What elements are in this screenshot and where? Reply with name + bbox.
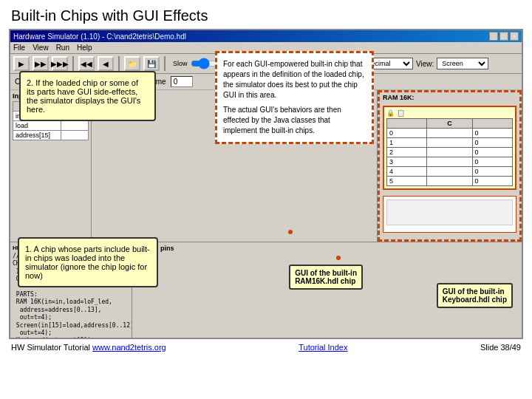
table-row: load: [13, 121, 89, 131]
ram-label: GUI of the built-in RAM16K.hdl chip: [289, 265, 363, 290]
ram-col-val: [472, 119, 512, 129]
view-dropdown[interactable]: Screen: [437, 58, 488, 69]
menu-view[interactable]: View: [33, 44, 49, 52]
toolbar-btn-3[interactable]: ▶▶▶: [52, 56, 68, 71]
minimize-button[interactable]: _: [489, 32, 498, 41]
toolbar-sep-1: [72, 56, 74, 71]
table-row: 1 0: [387, 138, 513, 148]
menu-run[interactable]: Run: [56, 44, 69, 52]
table-row: 0 0: [387, 129, 513, 138]
ram-val-0: 0: [472, 129, 512, 138]
ram-c-2: [427, 148, 472, 157]
ram-chip-display: 🔒 📋 C 0 0: [383, 106, 516, 190]
input-name-2: load: [13, 121, 61, 131]
info-line2: The actual GUI's behaviors are then effe…: [223, 105, 366, 136]
ram-col-addr: [387, 119, 427, 129]
close-button[interactable]: ×: [510, 32, 519, 41]
ram-addr-3: 3: [387, 157, 427, 167]
input-name-3: address[15]: [13, 131, 61, 140]
footer: HW Simulator Tutorial www.nand2tetris.or…: [0, 339, 532, 355]
ram-addr-2: 2: [387, 148, 427, 157]
menu-file[interactable]: File: [13, 44, 25, 52]
ram-c-5: [427, 177, 472, 186]
menu-help[interactable]: Help: [77, 44, 92, 52]
dot-marker-ram: [288, 230, 293, 234]
input-val-2[interactable]: [61, 121, 89, 131]
ram-addr-1: 1: [387, 138, 427, 148]
ram-c-0: [427, 129, 472, 138]
ram-label-line2: RAM16K.hdl chip: [295, 277, 357, 285]
bubble2-text: 1. A chip whose parts include built-in c…: [25, 245, 150, 280]
toolbar-btn-save[interactable]: 💾: [143, 56, 160, 71]
toolbar-btn-load[interactable]: 📁: [124, 56, 140, 71]
view-label: View:: [416, 60, 434, 68]
internal-pins-title: Internal pins: [134, 245, 519, 252]
toolbar-btn-5[interactable]: ◀: [98, 56, 114, 71]
table-row: 2 0: [387, 148, 513, 157]
ram-val-3: 0: [472, 157, 512, 167]
ram-addr-4: 4: [387, 167, 427, 177]
keyboard-label-line2: Keyboard.hdl chip: [443, 296, 507, 304]
info-line1: For each GUI-empowered built-in chip tha…: [223, 59, 366, 100]
ram-addr-5: 5: [387, 177, 427, 186]
titlebar-buttons: _ □ ×: [489, 32, 519, 41]
dot-marker-keyboard: [336, 256, 341, 260]
input-val-3[interactable]: [61, 131, 89, 140]
ram-val-2: 0: [472, 148, 512, 157]
ram-val-5: 0: [472, 177, 512, 186]
gui-right-panel: RAM 16K: 🔒 📋 C 0 0: [378, 90, 522, 242]
table-row: 4 0: [387, 167, 513, 177]
maximize-button[interactable]: □: [499, 32, 508, 41]
keyboard-label: GUI of the built-in Keyboard.hdl chip: [437, 283, 513, 308]
toolbar-sep-3: [164, 56, 166, 71]
simulator-window: Hardware Simulator (1.10) - C:\nand2tetr…: [9, 29, 523, 339]
ram-val-1: 0: [472, 138, 512, 148]
table-row: 3 0: [387, 157, 513, 167]
ram-col-c: C: [427, 119, 472, 129]
footer-url-link[interactable]: www.nand2tetris.org: [92, 343, 166, 352]
ram-val-4: 0: [472, 167, 512, 177]
ram-c-3: [427, 157, 472, 167]
table-row: 5 0: [387, 177, 513, 186]
ram-icons: 🔒 📋: [386, 109, 405, 117]
ram-c-4: [427, 167, 472, 177]
simulator-title: Hardware Simulator (1.10) - C:\nand2tetr…: [13, 33, 186, 41]
info-box: For each GUI-empowered built-in chip tha…: [215, 51, 374, 144]
ram-table: C 0 0 1 0: [386, 118, 513, 186]
table-row: address[15]: [13, 131, 89, 140]
toolbar-btn-1[interactable]: ▶: [13, 56, 30, 71]
page-container: Built-in Chips with GUI Effects Hardware…: [0, 0, 532, 355]
ram-addr-0: 0: [387, 129, 427, 138]
footer-slide: Slide 38/49: [480, 343, 521, 352]
time-input[interactable]: [171, 76, 193, 87]
toolbar-sep-2: [118, 56, 120, 71]
toolbar-slow-label: Slow: [173, 60, 188, 67]
annotation-bubble-1: 2. If the loaded chip or some of its par…: [19, 71, 156, 121]
ram-chip-label: RAM 16K:: [380, 92, 519, 103]
keyboard-chip-display: [383, 196, 516, 233]
ram-c-1: [427, 138, 472, 148]
footer-tutorial-index[interactable]: Tutorial Index: [299, 343, 347, 352]
keyboard-label-line1: GUI of the built-in: [443, 287, 507, 296]
ram-label-line1: GUI of the built-in: [295, 269, 357, 277]
keyboard-chip-area: [386, 200, 513, 225]
toolbar-btn-2[interactable]: ▶▶: [33, 56, 49, 71]
bubble1-text: 2. If the loaded chip or some of its par…: [27, 78, 140, 114]
page-title: Built-in Chips with GUI Effects: [0, 0, 532, 29]
simulator-titlebar: Hardware Simulator (1.10) - C:\nand2tetr…: [10, 30, 522, 42]
toolbar-btn-4[interactable]: ◀◀: [78, 56, 95, 71]
footer-hw-label: HW Simulator Tutorial www.nand2tetris.or…: [11, 343, 166, 352]
annotation-bubble-2: 1. A chip whose parts include built-in c…: [18, 237, 158, 287]
